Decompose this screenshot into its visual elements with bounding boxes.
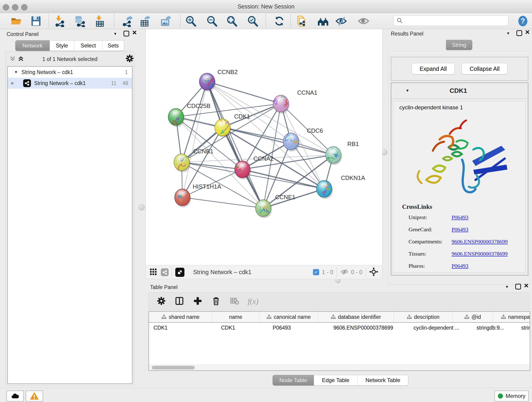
column-tree-icon [501, 314, 506, 319]
control-panel-menu-icon[interactable]: ▼ [114, 32, 117, 36]
save-session-icon[interactable] [30, 15, 42, 27]
import-network-database-icon[interactable] [73, 15, 86, 27]
first-neighbors-icon[interactable] [317, 15, 329, 27]
collection-expand-icon[interactable]: ▼ [14, 70, 18, 74]
network-edge-count: 48 [122, 80, 128, 86]
column-tree-icon [161, 314, 166, 319]
network-row-selected[interactable]: String Network – cdk1 11 48 [8, 78, 132, 89]
tab-node-table[interactable]: Node Table [273, 375, 314, 385]
add-column-plus-icon[interactable] [193, 296, 202, 306]
network-selection-status: 1 of 1 Network selected [6, 56, 134, 62]
node-result-header[interactable]: ▼ CDK1 [391, 83, 528, 99]
refresh-icon[interactable] [273, 15, 285, 27]
results-panel-close-icon[interactable]: × [525, 29, 530, 34]
crosslink-link[interactable]: 9606.ENSP00000378699 [452, 251, 508, 257]
network-view-type-icon[interactable] [161, 268, 169, 276]
node-table-header: shared name name canonical name database… [149, 312, 530, 323]
selected-checkbox-icon[interactable]: ✓ [313, 269, 319, 275]
warnings-button[interactable] [26, 390, 43, 402]
column-header[interactable]: @id [452, 312, 493, 322]
zoom-in-icon[interactable] [185, 15, 197, 27]
column-header[interactable]: namespace [493, 312, 530, 322]
birdseye-view-icon[interactable] [175, 268, 184, 277]
svg-text:CDK1: CDK1 [234, 113, 250, 120]
expand-all-button[interactable]: Expand All [412, 63, 455, 75]
zoom-out-icon[interactable] [206, 15, 218, 27]
function-builder-icon[interactable]: f(x) [248, 297, 259, 306]
network-status-dot [11, 82, 13, 85]
tab-network-table[interactable]: Network Table [358, 375, 408, 385]
toolbar-separator [49, 14, 49, 27]
delete-table-icon[interactable] [230, 296, 239, 307]
results-panel-menu-icon[interactable]: ▼ [506, 32, 510, 35]
window-title: Session: New Session [0, 3, 532, 10]
search-input[interactable] [405, 16, 508, 25]
node-table[interactable]: shared name name canonical name database… [148, 311, 530, 371]
control-panel-float-icon[interactable] [123, 31, 129, 36]
table-panel-close-icon[interactable]: × [524, 283, 529, 288]
tab-string[interactable]: String [446, 40, 472, 50]
section-collapse-icon[interactable]: ▼ [405, 89, 409, 93]
toolbar-separator [366, 267, 366, 277]
column-header[interactable]: canonical name [259, 312, 318, 322]
hide-selected-eye-icon[interactable] [335, 15, 347, 27]
memory-button[interactable]: Memory [494, 390, 529, 402]
crosslink-link[interactable]: 9606.ENSP00000378699 [452, 239, 508, 245]
results-panel-tabs: String [446, 40, 472, 50]
network-canvas[interactable]: CCNB2CCNA1CDC25BCDK1CDC6RB1CCNB1CCNA2CDK… [146, 29, 383, 266]
scrollbar-thumb[interactable] [152, 366, 195, 370]
column-header[interactable]: database identifier [318, 312, 394, 322]
cloud-status-button[interactable] [6, 390, 24, 402]
results-panel-float-icon[interactable] [516, 30, 522, 36]
column-header[interactable]: name [212, 312, 259, 322]
svg-text:CDC6: CDC6 [307, 127, 323, 134]
network-options-gear-icon[interactable] [126, 54, 134, 64]
open-session-icon[interactable] [10, 15, 22, 27]
grid-view-icon[interactable] [149, 268, 157, 277]
table-row[interactable]: CDK1 CDK1 P06493 9606.ENSP00000378699 cy… [149, 323, 530, 333]
tab-edge-table[interactable]: Edge Table [314, 375, 358, 385]
tab-select[interactable]: Select [74, 40, 102, 51]
table-panel-menu-icon[interactable]: ▼ [505, 285, 509, 289]
column-header[interactable]: description [394, 312, 452, 322]
table-horizontal-scrollbar[interactable] [149, 365, 530, 370]
collapse-all-button[interactable]: Collapse All [462, 63, 508, 75]
left-splitter-handle[interactable] [138, 204, 145, 211]
hidden-eye-icon[interactable] [340, 268, 349, 277]
protein-structure-image [400, 113, 517, 202]
table-type-tabs: Node Table Edge Table Network Table [273, 375, 408, 385]
export-table-icon[interactable] [139, 15, 151, 27]
show-columns-icon[interactable] [175, 296, 184, 306]
column-header[interactable]: shared name [149, 312, 212, 322]
crosslink-link[interactable]: P06493 [452, 226, 468, 233]
export-image-icon[interactable] [160, 15, 172, 27]
collection-label: String Network – cdk1 [22, 69, 73, 75]
zoom-fit-icon[interactable] [226, 15, 238, 27]
crosslink-link[interactable]: P06493 [452, 263, 468, 269]
table-panel-float-icon[interactable] [515, 284, 521, 289]
toolbar-separator [180, 14, 181, 27]
control-panel-close-icon[interactable]: × [132, 30, 137, 35]
node-position-crosshair-icon[interactable] [369, 267, 378, 277]
delete-column-trash-icon[interactable] [211, 296, 221, 306]
crosslink-link[interactable]: P06493 [452, 214, 468, 220]
tab-network[interactable]: Network [15, 40, 50, 51]
export-network-icon[interactable] [121, 15, 133, 27]
hidden-counts: 0 - 0 [351, 269, 362, 275]
collection-count: 1 [125, 69, 128, 75]
string-network-graph[interactable]: CCNB2CCNA1CDC25BCDK1CDC6RB1CCNB1CCNA2CDK… [146, 29, 382, 265]
zoom-selected-icon[interactable] [247, 15, 259, 27]
tab-sets[interactable]: Sets [102, 40, 124, 51]
table-options-gear-icon[interactable] [157, 297, 166, 306]
help-icon[interactable]: ? [517, 15, 529, 27]
show-all-eye-icon[interactable] [357, 15, 370, 27]
warning-icon [30, 391, 39, 401]
import-network-file-icon[interactable] [53, 15, 66, 27]
import-table-file-icon[interactable] [94, 15, 106, 27]
network-collection-row[interactable]: ▼ String Network – cdk1 1 [8, 67, 132, 78]
search-field[interactable] [393, 15, 508, 26]
column-tree-icon [464, 314, 469, 319]
clone-network-icon[interactable] [295, 15, 307, 27]
crosslink-label: Compartments: [409, 239, 443, 245]
tab-style[interactable]: Style [50, 40, 74, 51]
